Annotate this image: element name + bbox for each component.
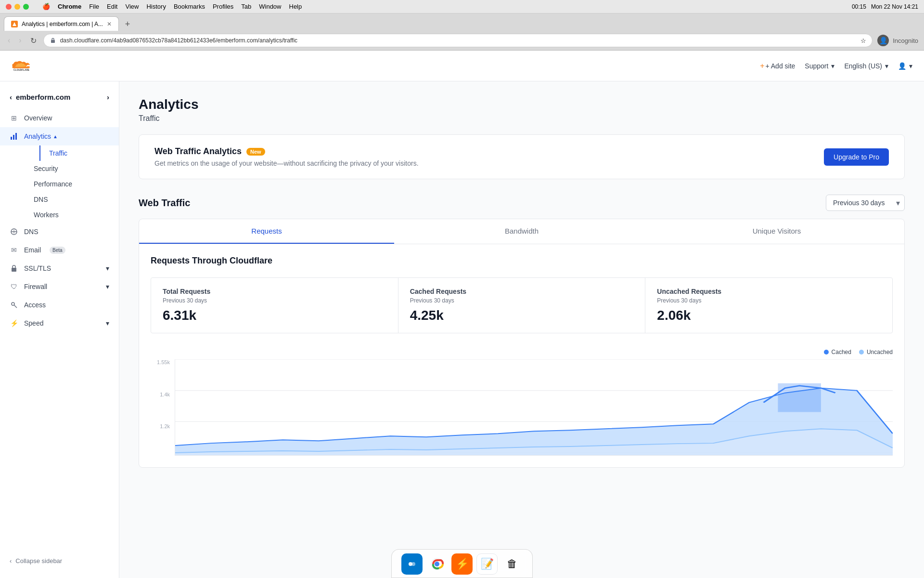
requests-tab-content: Requests Through Cloudflare Total Reques…	[139, 244, 904, 467]
add-site-button[interactable]: + + Add site	[760, 62, 795, 70]
firewall-icon: 🛡	[10, 282, 18, 291]
page-body: ‹ emberform.com › ⊞ Overview Analytics ▲…	[0, 81, 924, 578]
ssl-chevron-icon: ▾	[106, 264, 109, 272]
promo-description: Get metrics on the usage of your website…	[154, 159, 812, 167]
menu-bar: 🍎 Chrome File Edit View History Bookmark…	[42, 3, 302, 10]
period-select[interactable]: Previous 24 hours Previous 7 days Previo…	[826, 195, 905, 211]
collapse-icon: ‹	[10, 557, 12, 565]
view-menu[interactable]: View	[125, 3, 139, 10]
new-tab-button[interactable]: +	[121, 17, 134, 31]
history-menu[interactable]: History	[146, 3, 166, 10]
chart-container	[175, 359, 893, 456]
y-label-mid1: 1.2k	[151, 423, 170, 429]
dock-trash[interactable]: 🗑	[501, 553, 523, 575]
address-bar-actions: 👤 Incognito	[877, 35, 918, 46]
sidebar-item-speed[interactable]: ⚡ Speed ▾	[0, 314, 119, 332]
support-button[interactable]: Support ▾	[805, 62, 834, 70]
cached-legend-label: Cached	[832, 349, 851, 355]
tab-bandwidth[interactable]: Bandwidth	[394, 219, 649, 244]
forward-button[interactable]: ›	[17, 34, 23, 47]
tab-menu[interactable]: Tab	[241, 3, 251, 10]
sidebar-item-ssl[interactable]: SSL/TLS ▾	[0, 259, 119, 277]
upgrade-to-pro-button[interactable]: Upgrade to Pro	[824, 148, 889, 166]
chrome-icon	[430, 557, 444, 571]
collapse-sidebar-button[interactable]: ‹ Collapse sidebar	[0, 552, 119, 570]
tab-unique-visitors[interactable]: Unique Visitors	[649, 219, 904, 244]
sidebar-item-overview[interactable]: ⊞ Overview	[0, 109, 119, 127]
page-title: Analytics	[139, 97, 905, 112]
minimize-window-button[interactable]	[14, 4, 20, 10]
web-traffic-section-header: Web Traffic Previous 24 hours Previous 7…	[139, 195, 905, 211]
sidebar-item-email[interactable]: ✉ Email Beta	[0, 241, 119, 259]
profiles-menu[interactable]: Profiles	[213, 3, 233, 10]
tab-bandwidth-label: Bandwidth	[505, 227, 539, 235]
dns-label: DNS	[24, 228, 38, 236]
sidebar-item-firewall[interactable]: 🛡 Firewall ▾	[0, 277, 119, 296]
cf-logo[interactable]: CLOUDFLARE	[12, 56, 31, 76]
dock-lightning[interactable]: ⚡	[451, 553, 473, 575]
finder-icon	[405, 557, 419, 571]
maximize-window-button[interactable]	[23, 4, 29, 10]
add-site-icon: +	[760, 62, 764, 70]
file-menu[interactable]: File	[89, 3, 99, 10]
app-name-label[interactable]: Chrome	[58, 3, 81, 10]
bookmarks-menu[interactable]: Bookmarks	[174, 3, 205, 10]
help-menu[interactable]: Help	[289, 3, 302, 10]
sidebar-item-performance[interactable]: Performance	[24, 176, 119, 192]
language-button[interactable]: English (US) ▾	[844, 62, 888, 70]
sidebar-item-traffic[interactable]: Traffic	[39, 145, 119, 161]
ssl-icon	[10, 264, 18, 273]
sidebar-item-dns-sub[interactable]: DNS	[24, 192, 119, 207]
sidebar-item-access[interactable]: Access	[0, 296, 119, 314]
sidebar-site-link[interactable]: ‹ emberform.com ›	[0, 89, 119, 105]
active-tab[interactable]: Analytics | emberform.com | A... ✕	[4, 16, 119, 31]
support-label: Support	[805, 62, 828, 70]
email-icon: ✉	[10, 246, 18, 254]
tab-favicon	[11, 21, 18, 27]
browser-chrome: Analytics | emberform.com | A... ✕ + ‹ ›…	[0, 13, 924, 51]
dock-chrome[interactable]	[426, 553, 448, 575]
user-menu-button[interactable]: 👤 ▾	[898, 62, 912, 70]
edit-menu[interactable]: Edit	[107, 3, 117, 10]
promo-content: Web Traffic Analytics New Get metrics on…	[154, 146, 812, 167]
tab-requests[interactable]: Requests	[139, 219, 394, 244]
window-menu[interactable]: Window	[259, 3, 281, 10]
sidebar-item-workers[interactable]: Workers	[24, 207, 119, 223]
url-bar[interactable]: dash.cloudflare.com/4ab9ad0876532cb78a84…	[43, 34, 873, 47]
total-requests-period: Previous 30 days	[163, 297, 386, 304]
menu-bar-right: 00:15 Mon 22 Nov 14:21	[852, 3, 918, 10]
access-label: Access	[24, 301, 46, 309]
stats-grid: Total Requests Previous 30 days 6.31k Ca…	[151, 277, 893, 333]
battery-time: 00:15	[852, 3, 866, 10]
dock-finder[interactable]	[401, 553, 423, 575]
dock-notes[interactable]: 📝	[476, 553, 498, 575]
email-label: Email	[24, 246, 41, 254]
sidebar-item-security[interactable]: Security	[24, 161, 119, 176]
reload-button[interactable]: ↻	[28, 34, 38, 47]
sidebar-analytics-collapse: Analytics ▲	[24, 132, 58, 140]
incognito-button[interactable]: 👤	[877, 35, 889, 46]
email-beta-badge: Beta	[50, 247, 65, 254]
firewall-label: Firewall	[24, 283, 47, 290]
cf-header: CLOUDFLARE + + Add site Support ▾ Englis…	[0, 51, 924, 81]
sidebar-item-dns[interactable]: DNS	[0, 223, 119, 241]
stat-cached-requests: Cached Requests Previous 30 days 4.25k	[398, 278, 645, 333]
lightning-icon: ⚡	[456, 558, 469, 570]
sidebar-item-analytics[interactable]: Analytics ▲	[0, 127, 119, 145]
tab-requests-label: Requests	[251, 227, 282, 235]
bookmark-icon[interactable]: ☆	[860, 37, 866, 44]
sidebar-overview-label: Overview	[24, 114, 52, 122]
period-select-wrapper[interactable]: Previous 24 hours Previous 7 days Previo…	[826, 195, 905, 211]
total-requests-label: Total Requests	[163, 288, 386, 295]
svg-rect-2	[11, 137, 12, 140]
tab-close-button[interactable]: ✕	[107, 21, 112, 27]
svg-rect-0	[51, 40, 55, 43]
web-traffic-tabs: Requests Bandwidth Unique Visitors Reque…	[139, 219, 905, 468]
svg-point-15	[411, 562, 415, 566]
close-window-button[interactable]	[6, 4, 12, 10]
chart-wrapper: 1.55k 1.4k 1.2k	[151, 359, 893, 456]
apple-menu[interactable]: 🍎	[42, 3, 50, 10]
tab-title: Analytics | emberform.com | A...	[22, 21, 103, 27]
uncached-requests-value: 2.06k	[657, 308, 881, 323]
back-button[interactable]: ‹	[6, 34, 12, 47]
